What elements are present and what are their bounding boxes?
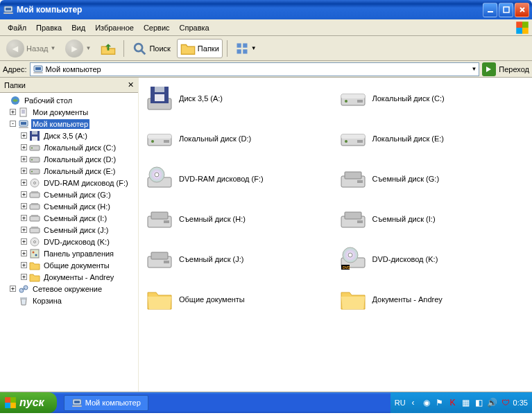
expand-icon[interactable]: +: [10, 109, 16, 115]
tree-item[interactable]: +Съемный диск (J:): [1, 224, 137, 236]
drive-icon: [29, 248, 40, 259]
body: Папки ✕ Рабочий стол + Мои документы - М…: [0, 78, 532, 392]
tray-icon[interactable]: ⚑: [434, 397, 445, 408]
tray-icon[interactable]: ◉: [421, 397, 432, 408]
content-item[interactable]: Съемный диск (H:): [146, 205, 332, 233]
expand-icon[interactable]: +: [10, 286, 16, 292]
tree-desktop[interactable]: Рабочий стол: [1, 94, 137, 106]
hdd-icon: [339, 85, 367, 112]
floppy-icon: [146, 85, 173, 112]
tray-icon[interactable]: K: [447, 397, 458, 408]
folder-icon: [339, 286, 367, 313]
start-button[interactable]: пуск: [0, 392, 57, 413]
expand-icon[interactable]: +: [21, 250, 27, 256]
expand-icon[interactable]: +: [21, 168, 27, 174]
content-item[interactable]: DVD-дисковод (K:): [339, 245, 526, 273]
tree-item[interactable]: +Локальный диск (C:): [1, 141, 137, 153]
tray-icon[interactable]: ▦: [461, 397, 472, 408]
expand-icon[interactable]: +: [21, 156, 27, 162]
taskbar-item[interactable]: Мой компьютер: [64, 395, 148, 411]
tree-item[interactable]: +Съемный диск (H:): [1, 200, 137, 212]
menu-edit[interactable]: Правка: [31, 21, 67, 34]
tree-network[interactable]: + Сетевое окружение: [1, 283, 137, 295]
up-button[interactable]: [97, 39, 119, 58]
expand-icon[interactable]: +: [21, 238, 27, 245]
expand-icon[interactable]: +: [21, 180, 27, 186]
content-item[interactable]: Съемный диск (I:): [339, 205, 526, 233]
computer-icon: [3, 4, 14, 15]
go-arrow-icon: [485, 65, 493, 73]
hdd-icon: [339, 125, 367, 152]
tree-mydocs[interactable]: + Мои документы: [1, 106, 137, 118]
minimize-button[interactable]: [483, 3, 497, 17]
drive-icon: [29, 166, 40, 177]
content-item[interactable]: Локальный диск (D:): [146, 125, 332, 152]
tray-chevron-icon[interactable]: ‹: [408, 397, 419, 408]
tray-icon[interactable]: 🔊: [487, 397, 498, 408]
menu-help[interactable]: Справка: [175, 21, 214, 34]
content-item[interactable]: Общие документы: [146, 286, 332, 313]
drive-icon: [29, 177, 40, 189]
expand-icon[interactable]: +: [21, 144, 27, 150]
views-button[interactable]: ▼: [232, 39, 260, 58]
tree-item[interactable]: +Локальный диск (E:): [1, 165, 137, 177]
tree-item[interactable]: +Диск 3,5 (A:): [1, 130, 137, 141]
address-bar: Адрес: Мой компьютер ▼ Переход: [0, 61, 532, 78]
menu-view[interactable]: Вид: [67, 21, 90, 34]
tree-item[interactable]: +DVD-дисковод (K:): [1, 236, 137, 247]
lang-indicator[interactable]: RU: [395, 399, 406, 407]
expand-icon[interactable]: +: [21, 191, 27, 198]
tree-mycomputer[interactable]: - Мой компьютер: [1, 118, 137, 130]
content-item[interactable]: Съемный диск (J:): [146, 245, 332, 273]
close-button[interactable]: [515, 3, 529, 17]
back-button[interactable]: ◄ Назад ▼: [3, 39, 59, 58]
collapse-icon[interactable]: -: [10, 121, 16, 127]
tree-recycle[interactable]: Корзина: [1, 295, 137, 306]
clock[interactable]: 0:35: [513, 399, 528, 407]
expand-icon[interactable]: +: [21, 227, 27, 233]
drive-icon: [29, 130, 40, 141]
folders-button[interactable]: Папки: [177, 39, 223, 58]
tray-icon[interactable]: 🛡: [500, 397, 511, 408]
content-item[interactable]: Документы - Andrey: [339, 286, 526, 313]
expand-icon[interactable]: +: [21, 203, 27, 209]
drive-icon: [29, 236, 40, 247]
dvd-icon: [146, 165, 173, 193]
content-item[interactable]: Диск 3,5 (A:): [146, 85, 332, 112]
tree-item[interactable]: +Общие документы: [1, 259, 137, 271]
content-area: Диск 3,5 (A:)Локальный диск (C:)Локальны…: [139, 78, 532, 392]
content-item[interactable]: Съемный диск (G:): [339, 165, 526, 193]
menu-file[interactable]: Файл: [3, 21, 31, 34]
tree-item[interactable]: +Документы - Andrey: [1, 271, 137, 283]
forward-button[interactable]: ► ▼: [62, 39, 94, 58]
expand-icon[interactable]: +: [21, 215, 27, 221]
tree-item[interactable]: +Съемный диск (G:): [1, 189, 137, 200]
tree-item[interactable]: +Съемный диск (I:): [1, 212, 137, 224]
removable-icon: [146, 205, 173, 233]
address-input[interactable]: Мой компьютер ▼: [30, 62, 480, 76]
content-item[interactable]: DVD-RAM дисковод (F:): [146, 165, 332, 193]
expand-icon[interactable]: +: [21, 274, 27, 280]
tray-icon[interactable]: ◧: [474, 397, 485, 408]
go-button[interactable]: [482, 62, 496, 76]
pane-header: Папки ✕: [0, 78, 138, 93]
menu-tools[interactable]: Сервис: [139, 21, 175, 34]
tree-item[interactable]: +DVD-RAM дисковод (F:): [1, 177, 137, 189]
expand-icon[interactable]: +: [21, 132, 27, 139]
content-item[interactable]: Локальный диск (C:): [339, 85, 526, 112]
computer-icon: [33, 64, 44, 75]
dvd-disc-icon: [339, 245, 367, 273]
maximize-button[interactable]: [499, 3, 513, 17]
tree-item[interactable]: +Панель управления: [1, 247, 137, 259]
content-item[interactable]: Локальный диск (E:): [339, 125, 526, 152]
tree-item[interactable]: +Локальный диск (D:): [1, 153, 137, 165]
chevron-down-icon[interactable]: ▼: [471, 66, 477, 72]
folder-icon: [180, 41, 196, 56]
menu-favorites[interactable]: Избранное: [90, 21, 139, 34]
folder-icon: [146, 286, 173, 313]
system-tray: RU ‹ ◉ ⚑ K ▦ ◧ 🔊 🛡 0:35: [391, 392, 532, 413]
network-icon: [18, 283, 29, 295]
expand-icon[interactable]: +: [21, 262, 27, 268]
pane-close-button[interactable]: ✕: [128, 80, 134, 89]
search-button[interactable]: Поиск: [128, 39, 173, 58]
